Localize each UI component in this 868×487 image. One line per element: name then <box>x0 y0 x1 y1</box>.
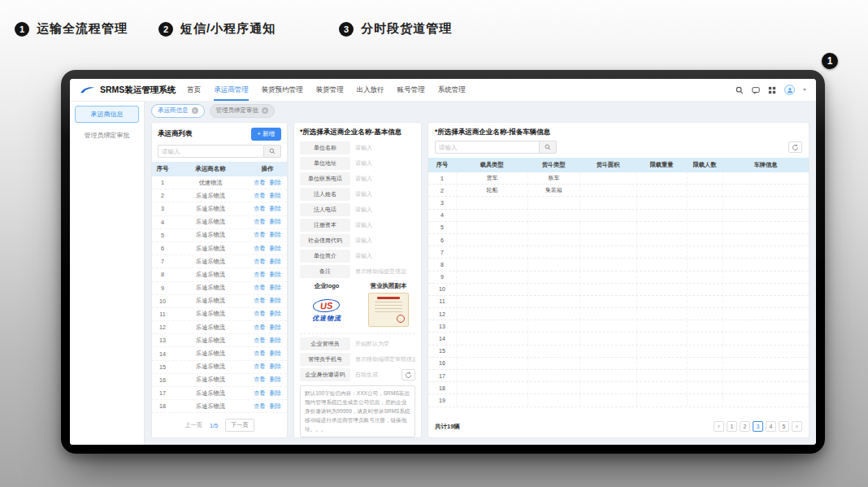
delete-link[interactable]: 删除 <box>270 192 281 200</box>
sidebar-item-carrier-info[interactable]: 承运商信息 <box>75 106 139 123</box>
vehicle-table-row[interactable]: 1 货车 板车 <box>428 172 809 185</box>
carrier-table-row[interactable]: 14 乐迪乐物流 查看 删除 <box>152 347 287 360</box>
delete-link[interactable]: 删除 <box>270 258 281 266</box>
view-link[interactable]: 查看 <box>254 324 265 332</box>
view-link[interactable]: 查看 <box>254 192 265 200</box>
carrier-table-row[interactable]: 10 乐迪乐物流 查看 删除 <box>152 295 287 308</box>
field-value[interactable]: 请输入 <box>355 221 372 229</box>
prev-page-button[interactable]: 上一页 <box>184 421 202 429</box>
carrier-table-row[interactable]: 1 优速物流 查看 删除 <box>152 176 287 189</box>
vehicle-table-row[interactable]: 8 <box>428 259 809 271</box>
carrier-table-row[interactable]: 4 乐迪乐物流 查看 删除 <box>152 216 287 229</box>
view-link[interactable]: 查看 <box>254 297 265 305</box>
delete-link[interactable]: 删除 <box>270 363 281 371</box>
delete-link[interactable]: 删除 <box>270 402 281 411</box>
view-link[interactable]: 查看 <box>254 179 265 187</box>
carrier-table-row[interactable]: 9 乐迪乐物流 查看 删除 <box>152 282 287 295</box>
delete-link[interactable]: 删除 <box>270 245 281 253</box>
view-link[interactable]: 查看 <box>254 245 265 253</box>
field-value[interactable]: 请输入 <box>355 237 372 245</box>
delete-link[interactable]: 删除 <box>270 271 281 279</box>
page-button[interactable]: 5 <box>779 421 789 432</box>
carrier-table-row[interactable]: 11 乐迪乐物流 查看 删除 <box>152 308 287 321</box>
prev-page-icon[interactable]: ‹ <box>714 421 724 432</box>
view-link[interactable]: 查看 <box>254 205 265 213</box>
view-link[interactable]: 查看 <box>254 310 265 318</box>
nav-item[interactable]: 出入放行 <box>357 79 384 101</box>
nav-item[interactable]: 账号管理 <box>397 79 425 101</box>
refresh-invite-code-button[interactable] <box>401 369 415 380</box>
vehicle-table-row[interactable]: 5 <box>428 222 809 234</box>
field-value[interactable]: 请输入 <box>355 175 372 183</box>
send-invite-sms-button[interactable]: 发送承运商管理员注册邀请短信 <box>300 437 415 438</box>
vehicle-search-input[interactable] <box>435 141 539 154</box>
delete-link[interactable]: 删除 <box>270 350 281 358</box>
chevron-down-icon[interactable] <box>803 89 806 91</box>
carrier-table-row[interactable]: 5 乐迪乐物流 查看 删除 <box>152 229 287 242</box>
tab-chip[interactable]: 管理员绑定审批 × <box>210 104 276 118</box>
carrier-table-row[interactable]: 2 乐迪乐物流 查看 删除 <box>152 189 287 202</box>
view-link[interactable]: 查看 <box>254 284 265 292</box>
vehicle-search-button[interactable] <box>539 141 557 154</box>
grid-layout-icon[interactable] <box>768 86 776 94</box>
view-link[interactable]: 查看 <box>254 231 265 239</box>
vehicle-table-row[interactable]: 18 <box>428 382 809 394</box>
view-link[interactable]: 查看 <box>254 218 265 226</box>
view-link[interactable]: 查看 <box>254 350 265 358</box>
company-logo-image[interactable]: US 优速物流 <box>296 293 358 328</box>
page-button[interactable]: 4 <box>766 421 776 432</box>
vehicle-table-row[interactable]: 13 <box>428 320 809 333</box>
business-license-image[interactable] <box>368 293 409 327</box>
vehicle-table-row[interactable]: 19 <box>428 394 809 407</box>
next-page-icon[interactable]: › <box>792 421 802 432</box>
carrier-search-button[interactable] <box>263 145 281 158</box>
view-link[interactable]: 查看 <box>254 376 265 384</box>
vehicle-table-row[interactable]: 15 <box>428 346 809 358</box>
nav-item[interactable]: 装货预约管理 <box>262 79 303 101</box>
vehicle-table-row[interactable]: 6 <box>428 234 809 246</box>
vehicle-table-row[interactable]: 10 <box>428 284 809 296</box>
carrier-table-row[interactable]: 15 乐迪乐物流 查看 删除 <box>152 361 287 374</box>
carrier-table-row[interactable]: 7 乐迪乐物流 查看 删除 <box>152 255 287 268</box>
delete-link[interactable]: 删除 <box>270 218 281 226</box>
vehicle-table-row[interactable]: 2 轮船 集装箱 <box>428 185 809 197</box>
nav-item[interactable]: 承运商管理 <box>214 79 249 101</box>
next-page-button[interactable]: 下一页 <box>225 419 254 432</box>
nav-item[interactable]: 系统管理 <box>438 79 466 101</box>
carrier-table-row[interactable]: 13 乐迪乐物流 查看 删除 <box>152 334 287 347</box>
sms-template-textarea[interactable]: 默认100字短信内容：XXX公司，SRMS装运预约管理系统已生成贵公司信息，您的… <box>300 385 415 437</box>
field-value[interactable]: 请输入 <box>355 252 372 260</box>
view-link[interactable]: 查看 <box>254 402 265 411</box>
carrier-table-row[interactable]: 8 乐迪乐物流 查看 删除 <box>152 268 287 281</box>
delete-link[interactable]: 删除 <box>270 324 281 332</box>
view-link[interactable]: 查看 <box>254 389 265 398</box>
vehicle-table-row[interactable]: 9 <box>428 272 809 284</box>
vehicle-table-row[interactable]: 3 <box>428 197 809 209</box>
view-link[interactable]: 查看 <box>254 337 265 345</box>
page-button[interactable]: 3 <box>753 421 763 432</box>
page-button[interactable]: 1 <box>727 421 737 432</box>
add-carrier-button[interactable]: + 新增 <box>251 128 281 141</box>
vehicle-table-row[interactable]: 7 <box>428 246 809 259</box>
delete-link[interactable]: 删除 <box>270 284 281 292</box>
field-value[interactable]: 请输入 <box>355 190 372 198</box>
field-value[interactable]: 请输入 <box>355 144 372 152</box>
delete-link[interactable]: 删除 <box>270 389 281 398</box>
vehicle-table-row[interactable]: 16 <box>428 358 809 370</box>
carrier-table-row[interactable]: 6 乐迪乐物流 查看 删除 <box>152 242 287 255</box>
vehicle-table-row[interactable]: 11 <box>428 296 809 308</box>
message-icon[interactable] <box>752 86 760 94</box>
delete-link[interactable]: 删除 <box>270 376 281 384</box>
search-icon[interactable] <box>736 86 744 94</box>
delete-link[interactable]: 删除 <box>270 297 281 305</box>
carrier-search-input[interactable] <box>158 145 263 158</box>
carrier-table-row[interactable]: 12 乐迪乐物流 查看 删除 <box>152 321 287 334</box>
user-avatar[interactable] <box>784 85 795 95</box>
tab-chip[interactable]: 承运商信息 × <box>151 104 205 118</box>
nav-item[interactable]: 首页 <box>187 79 201 101</box>
vehicle-table-row[interactable]: 12 <box>428 308 809 320</box>
carrier-table-row[interactable]: 16 乐迪乐物流 查看 删除 <box>152 374 287 387</box>
vehicle-table-row[interactable]: 4 <box>428 210 809 222</box>
field-value[interactable]: 请输入 <box>355 206 372 214</box>
field-value[interactable]: 请输入 <box>355 159 372 167</box>
